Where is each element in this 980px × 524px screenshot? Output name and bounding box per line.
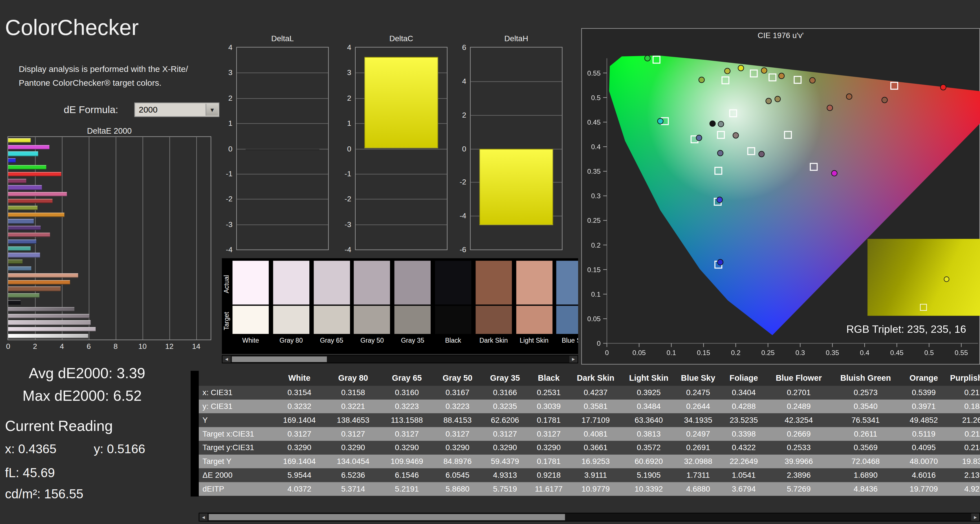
table-scrollbar[interactable]: ◄ ► — [199, 513, 980, 521]
delta-e-bar — [8, 192, 67, 197]
swatch-label: Gray 80 — [273, 336, 309, 344]
swatch-comparison-strip: Actual Target WhiteGray 80Gray 65Gray 50… — [222, 258, 578, 354]
table-cell: 0.3661 — [569, 441, 623, 455]
swatch-label: Black — [435, 336, 471, 344]
delta-e-bar — [8, 320, 91, 325]
gridline — [356, 149, 447, 149]
table-cell: 0.2644 — [675, 400, 721, 413]
description-line-2: Pantone ColorChecker® target colors. — [19, 76, 188, 89]
table-cell: 0.2497 — [675, 427, 721, 441]
axis-tick-label: 0.3 — [795, 349, 805, 357]
max-de2000: Max dE2000: 6.52 — [22, 388, 142, 405]
axis-tick-label: 0.55 — [587, 69, 600, 77]
table-scrollbar-track[interactable] — [208, 513, 971, 521]
table-cell: 4.6016 — [900, 468, 947, 482]
axis-tick-label: 4 — [334, 43, 351, 52]
delta-bar — [246, 149, 320, 150]
table-cell: 0.3127 — [434, 427, 481, 441]
swatch-actual — [476, 261, 512, 304]
page-title: ColorChecker — [5, 15, 139, 40]
table-cell: 63.3640 — [622, 413, 675, 427]
swatch-scrollbar-thumb[interactable] — [232, 357, 327, 362]
axis-tick-label: 12 — [162, 342, 177, 351]
delta-e-bar — [8, 293, 40, 298]
measured-point — [696, 135, 702, 141]
table-cell: 5.7519 — [481, 482, 528, 496]
delta-e-bar — [8, 253, 40, 258]
measured-point — [943, 276, 949, 282]
measured-point — [733, 132, 738, 138]
table-cell: 23.5235 — [721, 413, 766, 427]
table-header-row: WhiteGray 80Gray 65Gray 50Gray 35BlackDa… — [199, 371, 980, 386]
chevron-down-icon[interactable]: ▼ — [205, 104, 218, 116]
swatch-scrollbar-track[interactable] — [231, 356, 570, 363]
table-cell: 48.0070 — [900, 455, 947, 468]
swatch-actual — [273, 261, 309, 304]
table-row: Y169.1404138.4653113.158888.415362.62060… — [199, 413, 980, 427]
gridline — [237, 73, 328, 73]
swatch-target — [313, 306, 350, 334]
delta-h-title: DeltaH — [470, 34, 563, 46]
de-formula-label: dE Formula: — [64, 104, 118, 116]
axis-tick-label: 0.45 — [587, 118, 600, 126]
swatch-scrollbar[interactable]: ◄ ► — [222, 355, 578, 363]
axis-tick-label: 0.05 — [632, 349, 646, 357]
axis-tick-label: 0.3 — [591, 192, 601, 200]
axis-tick-label: 0.15 — [697, 349, 710, 357]
table-cell: 39.9966 — [766, 455, 831, 468]
table-cell: 6.5236 — [326, 468, 380, 482]
swatch-label: Gray 35 — [395, 336, 431, 344]
table-cell: 11.6177 — [529, 482, 569, 496]
measured-point — [761, 68, 767, 73]
table-cell: 2.3896 — [766, 468, 831, 482]
delta-e-bar — [8, 145, 49, 149]
axis-tick-label: 10 — [135, 342, 150, 351]
axis-tick-label: 3 — [334, 68, 351, 77]
scroll-left-icon[interactable]: ◄ — [223, 356, 231, 363]
axis-tick-label: 0 — [0, 342, 16, 351]
table-cell: 0.3290 — [529, 441, 569, 455]
row-label: Target y:CIE31 — [199, 441, 273, 455]
axis-tick-label: 6 — [449, 43, 466, 52]
delta-e-bar-chart — [8, 136, 211, 340]
axis-tick-label: 0.4 — [591, 143, 601, 151]
swatch-label: Blue Sky — [557, 336, 578, 344]
delta-e-bar — [8, 205, 38, 210]
column-header: Purplish Blue — [948, 371, 980, 386]
column-header: Orange — [900, 371, 947, 386]
table-row: Target y:CIE310.32900.32900.32900.32900.… — [199, 441, 980, 455]
column-header — [199, 371, 273, 386]
delta-e-bar — [8, 178, 26, 183]
delta-e-bar — [8, 172, 61, 176]
de-formula-dropdown[interactable]: 2000 ▼ — [134, 103, 219, 117]
scroll-right-icon[interactable]: ► — [971, 513, 980, 521]
table-scrollbar-thumb[interactable] — [209, 514, 565, 520]
table-cell: 0.4288 — [721, 400, 766, 413]
table-cell: 0.3581 — [569, 400, 623, 413]
delta-e-bar — [8, 266, 31, 271]
table-cell: 0.3925 — [622, 386, 675, 400]
row-label: ΔE 2000 — [199, 468, 273, 482]
table-cell: 0.3223 — [434, 400, 481, 413]
measured-point — [710, 121, 716, 126]
column-header: Gray 35 — [481, 371, 528, 386]
scroll-left-icon[interactable]: ◄ — [199, 513, 208, 521]
description-line-1: Display analysis is performed with the X… — [19, 63, 188, 76]
table-cell: 19.8366 — [948, 455, 980, 468]
table-cell: 1.0541 — [721, 468, 766, 482]
swatch-actual — [557, 261, 578, 304]
table-cell: 60.6920 — [622, 455, 675, 468]
column-header: White — [272, 371, 326, 386]
measured-point — [718, 150, 723, 156]
table-cell: 5.2191 — [380, 482, 434, 496]
table-cell: 0.3540 — [831, 400, 900, 413]
table-cell: 0.3290 — [434, 441, 481, 455]
axis-tick-label: 0.45 — [890, 349, 903, 357]
scroll-right-icon[interactable]: ► — [570, 356, 578, 363]
table-cell: 0.2489 — [766, 400, 831, 413]
table-cell: 0.3167 — [434, 386, 481, 400]
axis-tick-label: -2 — [334, 194, 351, 203]
table-cell: 5.3714 — [326, 482, 380, 496]
measured-point — [759, 151, 764, 157]
delta-e-bar — [8, 246, 31, 251]
